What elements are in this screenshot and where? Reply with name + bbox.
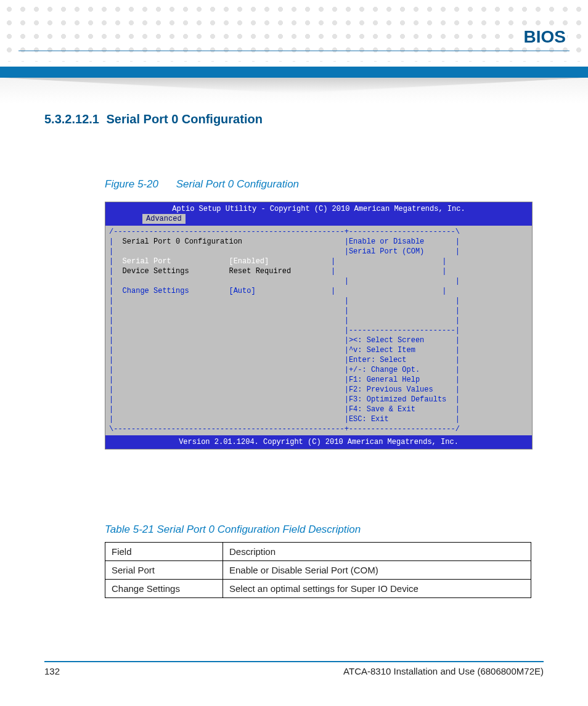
header-title-container: BIOS [21, 27, 567, 49]
bios-nav-line: F4: Save & Exit [349, 405, 415, 414]
bios-nav-line: F2: Previous Values [349, 385, 433, 394]
bios-nav-line: ><: Select Screen [349, 336, 424, 345]
bios-nav-line: ^v: Select Item [349, 346, 415, 355]
bios-item-value: Reset Required [229, 267, 291, 276]
bios-screen-title: Serial Port 0 Configuration [123, 237, 242, 246]
bios-top-bar: Aptio Setup Utility - Copyright (C) 2010… [105, 202, 532, 214]
header-title: BIOS [519, 27, 567, 46]
bios-nav-line: F3: Optimized Defaults [349, 395, 446, 404]
bios-help-line: Enable or Disable [349, 237, 424, 246]
bios-screenshot: Aptio Setup Utility - Copyright (C) 2010… [105, 202, 533, 449]
table-cell: Change Settings [105, 580, 223, 598]
table-caption-id: Table 5-21 [105, 523, 154, 535]
table-caption-title: Serial Port 0 Configuration Field Descri… [157, 523, 361, 535]
table-row: Serial Port Enable or Disable Serial Por… [105, 561, 531, 580]
bios-nav-line: ESC: Exit [349, 415, 389, 424]
bios-body: /---------------------------------------… [105, 226, 532, 435]
bios-item-label: Change Settings [123, 287, 189, 295]
bios-bottom-bar: Version 2.01.1204. Copyright (C) 2010 Am… [105, 435, 532, 449]
page-number: 132 [44, 666, 60, 676]
section-number: 5.3.2.12.1 [44, 112, 99, 126]
table-row: Change Settings Select an optimal settin… [105, 580, 531, 598]
page-footer: 132 ATCA-8310 Installation and Use (6806… [44, 661, 544, 676]
table-cell: Serial Port [105, 561, 223, 580]
header-rule [18, 51, 570, 51]
bios-tab-advanced: Advanced [142, 214, 186, 224]
section-heading: 5.3.2.12.1 Serial Port 0 Configuration [44, 112, 544, 126]
bios-help-line: Serial Port (COM) [349, 247, 424, 256]
field-description-table: Field Description Serial Port Enable or … [105, 542, 531, 598]
bios-nav-line: F1: General Help [349, 376, 420, 384]
bios-tab-row: Advanced [105, 214, 532, 226]
figure-id: Figure 5-20 [105, 178, 158, 190]
table-header-cell: Field [105, 543, 223, 561]
section-title: Serial Port 0 Configuration [107, 112, 263, 126]
figure-title: Serial Port 0 Configuration [176, 178, 299, 190]
bios-item-value: [Enabled] [229, 257, 269, 266]
bios-nav-line: +/-: Change Opt. [349, 366, 420, 374]
bios-nav-line: Enter: Select [349, 356, 407, 364]
blue-bar [0, 67, 588, 78]
footer-rule [44, 661, 544, 662]
figure-caption: Figure 5-20 Serial Port 0 Configuration [105, 178, 544, 191]
bios-item-label: Device Settings [123, 267, 189, 276]
table-caption: Table 5-21 Serial Port 0 Configuration F… [105, 523, 544, 536]
table-cell: Select an optimal settings for Super IO … [223, 580, 531, 598]
document-id: ATCA-8310 Installation and Use (6806800M… [343, 666, 544, 676]
bios-item-label: Serial Port [123, 257, 171, 266]
table-cell: Enable or Disable Serial Port (COM) [223, 561, 531, 580]
table-row: Field Description [105, 543, 531, 561]
table-header-cell: Description [223, 543, 531, 561]
bios-item-value: [Auto] [229, 287, 255, 295]
